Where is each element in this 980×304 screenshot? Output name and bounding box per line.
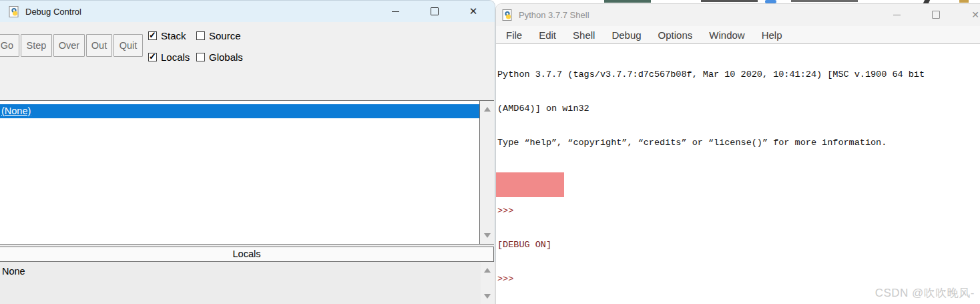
menu-edit[interactable]: Edit <box>532 28 563 42</box>
debug-on-tag: [DEBUG ON] <box>497 239 978 251</box>
step-button[interactable]: Step <box>21 34 52 57</box>
minimize-button[interactable] <box>886 4 907 25</box>
close-button[interactable]: ✕ <box>965 4 980 25</box>
globals-checkbox[interactable] <box>196 53 205 61</box>
go-button[interactable]: Go <box>0 34 19 57</box>
background-window-fragment <box>701 0 758 2</box>
source-checkbox[interactable] <box>196 31 205 40</box>
debug-window-title: Debug Control <box>25 7 81 17</box>
source-checkbox-label: Source <box>209 30 241 41</box>
quit-button[interactable]: Quit <box>113 34 143 57</box>
shell-prompt: >>> <box>497 205 978 216</box>
close-button[interactable]: ✕ <box>463 1 484 22</box>
menu-options[interactable]: Options <box>652 28 700 42</box>
stack-checkbox[interactable] <box>148 31 157 40</box>
out-button[interactable]: Out <box>86 34 112 57</box>
stack-list-selected-item[interactable]: (None) <box>0 104 479 118</box>
shell-output-area[interactable]: Python 3.7.7 (tags/v3.7.7:d7c567b08f, Ma… <box>497 46 978 304</box>
shell-menubar: File Edit Shell Debug Options Window Hel… <box>496 26 980 44</box>
scroll-down-icon[interactable] <box>484 233 491 238</box>
banner-line: Python 3.7.7 (tags/v3.7.7:d7c567b08f, Ma… <box>497 69 978 80</box>
csdn-watermark: CSDN @吹吹晚风- <box>875 285 975 301</box>
shell-prompt: >>> <box>497 273 978 285</box>
menu-file[interactable]: File <box>499 28 529 42</box>
maximize-button[interactable] <box>424 1 445 22</box>
background-window-fragment <box>604 0 651 3</box>
python-shell-window: Python 3.7.7 Shell ✕ File Edit Shell Deb… <box>495 3 980 304</box>
menu-shell[interactable]: Shell <box>566 28 601 42</box>
idle-app-icon <box>502 9 513 21</box>
debug-control-titlebar[interactable]: Debug Control ✕ <box>0 1 495 22</box>
background-window-fragment <box>959 0 969 3</box>
idle-app-icon <box>9 6 20 17</box>
shell-window-title: Python 3.7.7 Shell <box>519 10 589 20</box>
stack-checkbox-label: Stack <box>161 30 186 41</box>
over-button[interactable]: Over <box>53 34 85 57</box>
menu-help[interactable]: Help <box>755 28 789 42</box>
stack-viewer-frame: (None) <box>0 100 494 245</box>
locals-checkbox[interactable] <box>148 53 157 61</box>
banner-line: Type “help”, “copyright”, “credits” or “… <box>497 137 978 148</box>
scroll-up-icon[interactable] <box>484 268 491 273</box>
shell-titlebar[interactable]: Python 3.7.7 Shell ✕ <box>496 4 980 26</box>
menu-window[interactable]: Window <box>702 28 751 42</box>
debug-control-window: Debug Control ✕ Go Step Over Out Quit St… <box>0 0 495 301</box>
stack-scrollbar[interactable] <box>480 101 494 244</box>
debug-on-highlight <box>496 172 564 197</box>
stack-list[interactable]: (None) <box>0 101 480 244</box>
banner-line: (AMD64)] on win32 <box>497 103 978 114</box>
minimize-button[interactable] <box>385 1 406 22</box>
locals-scrollbar[interactable] <box>481 262 494 304</box>
locals-panel: None <box>0 262 495 304</box>
globals-checkbox-label: Globals <box>209 51 243 63</box>
scroll-up-icon[interactable] <box>484 107 491 112</box>
maximize-button[interactable] <box>925 4 947 25</box>
locals-checkbox-label: Locals <box>161 51 190 63</box>
locals-value: None <box>2 266 25 277</box>
prompt-area: >>> [DEBUG ON] >>> <box>497 171 978 304</box>
menu-debug[interactable]: Debug <box>605 28 648 42</box>
desktop: Debug Control ✕ Go Step Over Out Quit St… <box>0 0 980 304</box>
background-window-fragment <box>791 0 858 2</box>
scroll-down-icon[interactable] <box>484 294 491 299</box>
locals-panel-header: Locals <box>0 247 494 262</box>
